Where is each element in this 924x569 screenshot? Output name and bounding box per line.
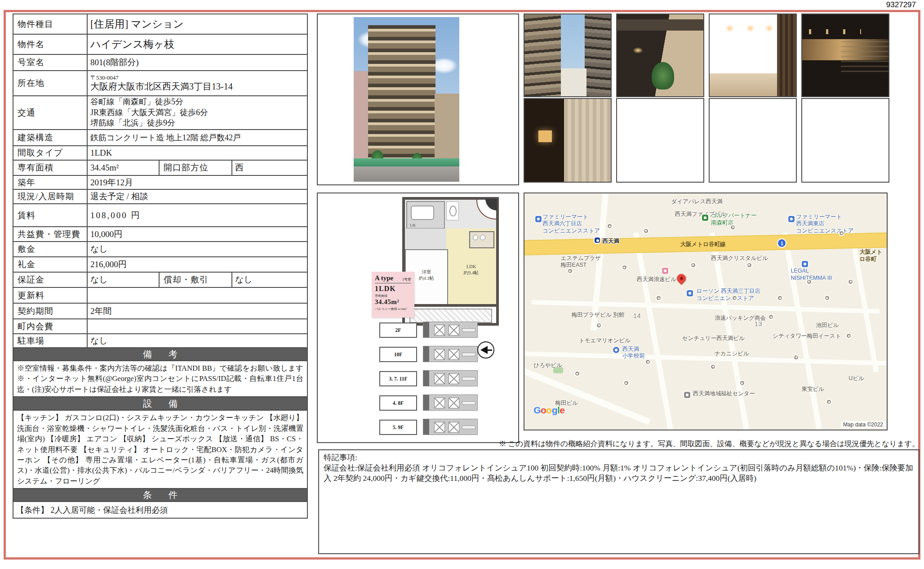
hotel-icon xyxy=(662,268,668,274)
convenience-store-icon xyxy=(788,216,795,222)
room-no-label: 1号室 xyxy=(402,277,411,282)
row-label: 駐車場 xyxy=(13,334,87,348)
row-value: 2年間 xyxy=(87,303,307,319)
property-table: 物件種目[住居用] マンション 物件名ハイデンス梅ヶ枝 号室名801(8階部分)… xyxy=(13,13,308,519)
row-value: なし xyxy=(87,272,159,287)
building-exterior-photo xyxy=(354,17,459,182)
floor-box: 10F xyxy=(379,347,417,362)
row-label: 物件種目 xyxy=(13,14,87,34)
unit-type-card: A type 1号室 1LDK 専有面積 34.45m² バルコニー面積 4.5… xyxy=(372,272,414,318)
map-label: ゴルフパートナー 南森町店 xyxy=(711,212,757,226)
area-caption: 専有面積 xyxy=(375,294,411,298)
map-label: 西天満クリスタルビル xyxy=(711,255,768,262)
row-value: 2019年12月 xyxy=(87,175,307,189)
map-pin-icon xyxy=(769,315,773,319)
empty-photo-box xyxy=(616,98,704,183)
map-label: 東宝ビル xyxy=(802,386,825,393)
row-label: 築年 xyxy=(13,175,87,189)
row-value: [住居用] マンション xyxy=(87,14,307,34)
row-value: 鉄筋コンクリート造 地上12階 総戸数42戸 xyxy=(87,130,307,146)
joken-text: 【条件】 2人入居可能・保証会社利用必須 xyxy=(13,502,307,518)
compass-icon xyxy=(477,341,494,358)
row-value: 1LDK xyxy=(87,146,307,160)
ldk-room: LDK 約9.4帖 xyxy=(446,228,496,304)
map-pin-icon xyxy=(740,381,744,385)
map-label: ダイアパレス西天満 xyxy=(671,198,722,206)
property-location-pin xyxy=(675,272,687,284)
row-label: 更新料 xyxy=(13,287,87,303)
map-pin-icon xyxy=(848,280,853,284)
row-value: 西 xyxy=(232,160,307,175)
setsubi-text: 【キッチン】 ガスコンロ(2口)・システムキッチン・カウンターキッチン 【水廻り… xyxy=(13,410,307,488)
map-label: ひろやビル xyxy=(533,362,562,369)
map-label: 池田ビル xyxy=(816,322,839,329)
map-label: 13 xyxy=(755,320,762,328)
table-row: ※空室情報・募集条件・案内方法等の確認は『ITANDI BB』で確認をお願い致し… xyxy=(13,361,307,397)
bath-unit: UB xyxy=(406,201,445,229)
floor-strip-diagram xyxy=(423,346,478,362)
balcony xyxy=(409,309,492,323)
row-value xyxy=(87,287,307,303)
map-pin-icon xyxy=(575,372,579,376)
table-row: 物件名ハイデンス梅ヶ枝 xyxy=(13,34,307,54)
row-value xyxy=(87,319,307,334)
special-notes-body: 保証会社:保証会社利用必須 オリコフォレントインシュア100 初回契約時:100… xyxy=(324,463,914,484)
ub-label: UB xyxy=(410,223,416,228)
google-logo: Google xyxy=(533,405,564,416)
row-label: 号室名 xyxy=(13,54,87,71)
row-value: 〒530-0047 大阪府大阪市北区西天満3丁目13-14 xyxy=(87,71,307,96)
listing-sheet: 9327297 物件種目[住居用] マンション 物件名ハイデンス梅ヶ枝 号室名8… xyxy=(0,0,924,569)
map-label: 14 xyxy=(633,312,641,320)
floor-box: 3. 7. 11F xyxy=(379,371,417,386)
hallway xyxy=(405,228,446,249)
biko-text: ※空室情報・募集条件・案内方法等の確認は『ITANDI BB』で確認をお願い致し… xyxy=(13,361,307,397)
row-label: 保証金 xyxy=(13,272,87,287)
map-pin-icon xyxy=(807,280,811,284)
table-row: 物件種目[住居用] マンション xyxy=(13,14,307,34)
table-row: 保証金 なし 償却・敷引 なし xyxy=(13,272,307,287)
table-row: 交通 谷町線「南森町」徒歩5分 JR東西線「大阪天満宮」徒歩6分 堺筋線「北浜」… xyxy=(13,96,307,130)
section-header-biko: 備 考 xyxy=(13,348,307,361)
map-pin-icon xyxy=(731,225,735,229)
ldk-label: LDK 約9.4帖 xyxy=(446,264,496,276)
row-label: 交通 xyxy=(13,96,87,130)
row-value: 216,000円 xyxy=(87,257,307,272)
floor-strip-diagram xyxy=(423,419,478,435)
facility-icon xyxy=(684,392,690,398)
map-label: ファミリーマート 西天満六丁目店 コンビニエンスストア xyxy=(542,214,600,235)
rent-value: 108,000 円 xyxy=(87,204,307,227)
row-value: 谷町線「南森町」徒歩5分 JR東西線「大阪天満宮」徒歩6分 堺筋線「北浜」徒歩9… xyxy=(87,96,307,130)
map-pin-icon xyxy=(644,229,648,233)
map-pin-icon xyxy=(711,365,715,369)
map-pin-icon xyxy=(624,381,628,385)
photo-intercom xyxy=(524,98,612,183)
map-label: ナカニシビル xyxy=(715,350,749,358)
map-pin-icon xyxy=(847,334,851,338)
row-value: なし xyxy=(87,334,307,348)
map-label: ファミリーマート 西天満東店 コンビニエンスストア xyxy=(796,214,854,235)
balcony-area: バルコニー面積 4.59m² xyxy=(375,307,411,311)
section-header-setsubi: 設 備 xyxy=(13,397,307,410)
table-row: 間取タイプ1LDK xyxy=(13,146,307,160)
row-value: なし xyxy=(87,242,307,257)
serial-number: 9327297 xyxy=(886,0,916,9)
map-label: センチュリー西天満ビル xyxy=(682,335,745,342)
table-row: 【条件】 2人入居可能・保証会社利用必須 xyxy=(13,502,307,518)
floor-box: 2F xyxy=(379,323,417,338)
table-row: 契約期間2年間 xyxy=(13,303,307,319)
map-pin-icon xyxy=(597,323,601,327)
floor-box: 5. 9F xyxy=(379,420,417,435)
access-line: 堺筋線「北浜」徒歩9分 xyxy=(90,118,304,128)
row-label: 賃料 xyxy=(13,204,87,227)
table-row: 更新料 xyxy=(13,287,307,303)
map-label: 西天満浪速ビル xyxy=(637,276,676,283)
bus-stop-icon xyxy=(613,347,619,353)
row-value: なし xyxy=(232,272,307,287)
table-row: 駐車場なし xyxy=(13,334,307,348)
table-row: 賃料108,000 円 xyxy=(13,204,307,227)
map-label: 西天満 小学校前 xyxy=(622,346,645,360)
kitchen-counter xyxy=(469,231,494,248)
map-pin-icon xyxy=(691,263,695,267)
row-label: 償却・敷引 xyxy=(159,272,232,287)
row-label: 間取タイプ xyxy=(13,146,87,160)
